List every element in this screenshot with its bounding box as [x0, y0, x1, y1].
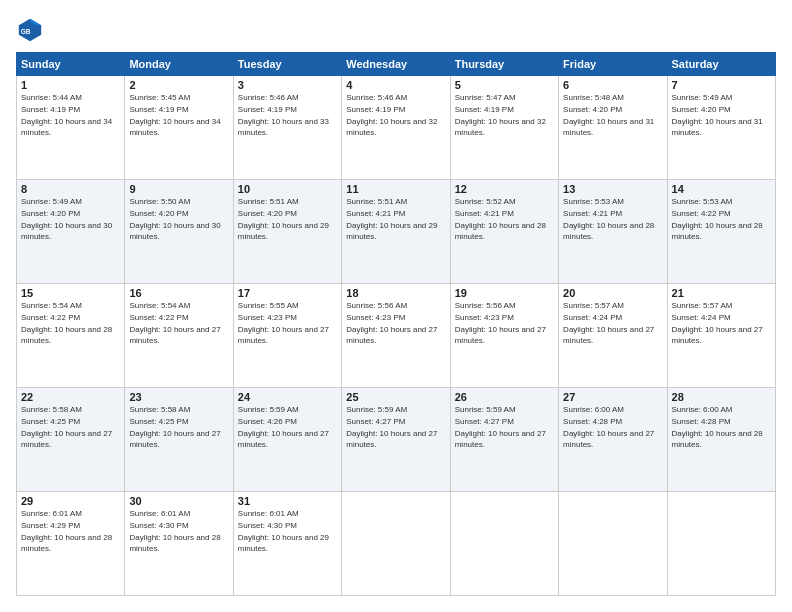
- calendar-cell: 6Sunrise: 5:48 AMSunset: 4:20 PMDaylight…: [559, 76, 667, 180]
- cell-sunrise: Sunrise: 5:55 AM: [238, 301, 299, 310]
- cell-sunset: Sunset: 4:22 PM: [129, 313, 188, 322]
- svg-text:GB: GB: [21, 28, 31, 35]
- cell-daylight: Daylight: 10 hours and 28 minutes.: [672, 429, 763, 450]
- cell-sunrise: Sunrise: 5:45 AM: [129, 93, 190, 102]
- calendar-cell: 22Sunrise: 5:58 AMSunset: 4:25 PMDayligh…: [17, 388, 125, 492]
- calendar-cell: 31Sunrise: 6:01 AMSunset: 4:30 PMDayligh…: [233, 492, 341, 596]
- cell-sunrise: Sunrise: 5:47 AM: [455, 93, 516, 102]
- cell-daylight: Daylight: 10 hours and 29 minutes.: [238, 221, 329, 242]
- calendar-cell: 10Sunrise: 5:51 AMSunset: 4:20 PMDayligh…: [233, 180, 341, 284]
- cell-daylight: Daylight: 10 hours and 28 minutes.: [21, 533, 112, 554]
- logo: GB: [16, 16, 46, 44]
- cell-daylight: Daylight: 10 hours and 32 minutes.: [346, 117, 437, 138]
- cell-daylight: Daylight: 10 hours and 27 minutes.: [129, 325, 220, 346]
- calendar-cell: 11Sunrise: 5:51 AMSunset: 4:21 PMDayligh…: [342, 180, 450, 284]
- calendar-cell: 23Sunrise: 5:58 AMSunset: 4:25 PMDayligh…: [125, 388, 233, 492]
- day-number: 12: [455, 183, 554, 195]
- cell-sunset: Sunset: 4:26 PM: [238, 417, 297, 426]
- calendar-cell: 16Sunrise: 5:54 AMSunset: 4:22 PMDayligh…: [125, 284, 233, 388]
- cell-daylight: Daylight: 10 hours and 31 minutes.: [563, 117, 654, 138]
- day-number: 29: [21, 495, 120, 507]
- cell-sunrise: Sunrise: 5:57 AM: [672, 301, 733, 310]
- day-number: 7: [672, 79, 771, 91]
- cell-daylight: Daylight: 10 hours and 27 minutes.: [455, 325, 546, 346]
- calendar-cell: 29Sunrise: 6:01 AMSunset: 4:29 PMDayligh…: [17, 492, 125, 596]
- day-number: 8: [21, 183, 120, 195]
- calendar-cell: 28Sunrise: 6:00 AMSunset: 4:28 PMDayligh…: [667, 388, 775, 492]
- day-number: 24: [238, 391, 337, 403]
- cell-sunset: Sunset: 4:20 PM: [21, 209, 80, 218]
- calendar-cell: [342, 492, 450, 596]
- calendar-cell: 15Sunrise: 5:54 AMSunset: 4:22 PMDayligh…: [17, 284, 125, 388]
- cell-daylight: Daylight: 10 hours and 28 minutes.: [563, 221, 654, 242]
- day-number: 5: [455, 79, 554, 91]
- cell-daylight: Daylight: 10 hours and 27 minutes.: [672, 325, 763, 346]
- cell-daylight: Daylight: 10 hours and 28 minutes.: [21, 325, 112, 346]
- calendar-cell: 4Sunrise: 5:46 AMSunset: 4:19 PMDaylight…: [342, 76, 450, 180]
- cell-sunrise: Sunrise: 5:50 AM: [129, 197, 190, 206]
- cell-daylight: Daylight: 10 hours and 29 minutes.: [238, 533, 329, 554]
- day-number: 27: [563, 391, 662, 403]
- logo-icon: GB: [16, 16, 44, 44]
- calendar-cell: 3Sunrise: 5:46 AMSunset: 4:19 PMDaylight…: [233, 76, 341, 180]
- cell-sunset: Sunset: 4:21 PM: [563, 209, 622, 218]
- day-number: 30: [129, 495, 228, 507]
- calendar-cell: [667, 492, 775, 596]
- cell-sunrise: Sunrise: 5:46 AM: [238, 93, 299, 102]
- day-number: 6: [563, 79, 662, 91]
- day-number: 17: [238, 287, 337, 299]
- weekday-header-thursday: Thursday: [450, 53, 558, 76]
- calendar-cell: 8Sunrise: 5:49 AMSunset: 4:20 PMDaylight…: [17, 180, 125, 284]
- calendar-week-row: 15Sunrise: 5:54 AMSunset: 4:22 PMDayligh…: [17, 284, 776, 388]
- cell-sunrise: Sunrise: 5:54 AM: [129, 301, 190, 310]
- cell-sunset: Sunset: 4:23 PM: [238, 313, 297, 322]
- calendar-week-row: 1Sunrise: 5:44 AMSunset: 4:19 PMDaylight…: [17, 76, 776, 180]
- cell-sunset: Sunset: 4:28 PM: [563, 417, 622, 426]
- cell-sunset: Sunset: 4:22 PM: [672, 209, 731, 218]
- calendar-cell: 26Sunrise: 5:59 AMSunset: 4:27 PMDayligh…: [450, 388, 558, 492]
- cell-sunset: Sunset: 4:19 PM: [21, 105, 80, 114]
- day-number: 14: [672, 183, 771, 195]
- cell-sunrise: Sunrise: 5:51 AM: [346, 197, 407, 206]
- day-number: 10: [238, 183, 337, 195]
- weekday-header-sunday: Sunday: [17, 53, 125, 76]
- cell-sunrise: Sunrise: 5:59 AM: [455, 405, 516, 414]
- calendar-cell: 12Sunrise: 5:52 AMSunset: 4:21 PMDayligh…: [450, 180, 558, 284]
- cell-sunrise: Sunrise: 6:00 AM: [672, 405, 733, 414]
- cell-sunrise: Sunrise: 5:49 AM: [21, 197, 82, 206]
- cell-daylight: Daylight: 10 hours and 27 minutes.: [346, 325, 437, 346]
- calendar-cell: [450, 492, 558, 596]
- cell-sunset: Sunset: 4:22 PM: [21, 313, 80, 322]
- calendar-cell: 9Sunrise: 5:50 AMSunset: 4:20 PMDaylight…: [125, 180, 233, 284]
- header: GB: [16, 16, 776, 44]
- weekday-header-friday: Friday: [559, 53, 667, 76]
- day-number: 13: [563, 183, 662, 195]
- day-number: 3: [238, 79, 337, 91]
- cell-sunset: Sunset: 4:25 PM: [129, 417, 188, 426]
- weekday-header-monday: Monday: [125, 53, 233, 76]
- cell-sunset: Sunset: 4:24 PM: [672, 313, 731, 322]
- day-number: 22: [21, 391, 120, 403]
- cell-daylight: Daylight: 10 hours and 34 minutes.: [129, 117, 220, 138]
- cell-sunrise: Sunrise: 5:48 AM: [563, 93, 624, 102]
- cell-sunset: Sunset: 4:23 PM: [346, 313, 405, 322]
- weekday-header-tuesday: Tuesday: [233, 53, 341, 76]
- cell-sunrise: Sunrise: 5:59 AM: [238, 405, 299, 414]
- day-number: 28: [672, 391, 771, 403]
- day-number: 23: [129, 391, 228, 403]
- cell-sunset: Sunset: 4:23 PM: [455, 313, 514, 322]
- cell-sunset: Sunset: 4:19 PM: [129, 105, 188, 114]
- weekday-header-saturday: Saturday: [667, 53, 775, 76]
- cell-sunset: Sunset: 4:27 PM: [455, 417, 514, 426]
- cell-sunset: Sunset: 4:20 PM: [672, 105, 731, 114]
- calendar-cell: 19Sunrise: 5:56 AMSunset: 4:23 PMDayligh…: [450, 284, 558, 388]
- cell-sunrise: Sunrise: 5:56 AM: [455, 301, 516, 310]
- day-number: 11: [346, 183, 445, 195]
- cell-sunrise: Sunrise: 5:59 AM: [346, 405, 407, 414]
- cell-sunrise: Sunrise: 5:49 AM: [672, 93, 733, 102]
- cell-daylight: Daylight: 10 hours and 28 minutes.: [455, 221, 546, 242]
- cell-sunrise: Sunrise: 5:58 AM: [129, 405, 190, 414]
- cell-sunrise: Sunrise: 5:58 AM: [21, 405, 82, 414]
- cell-sunset: Sunset: 4:30 PM: [129, 521, 188, 530]
- day-number: 31: [238, 495, 337, 507]
